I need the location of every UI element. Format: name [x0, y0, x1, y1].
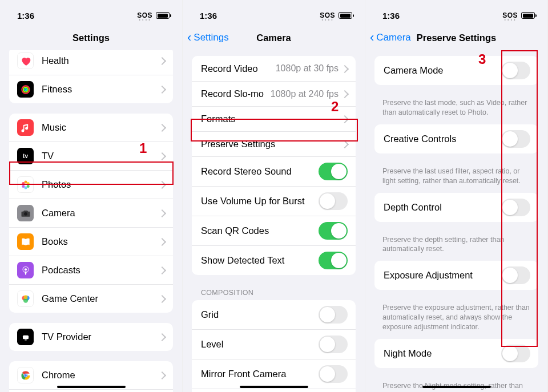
group-composition: Grid Level Mirror Front Camera View Outs…	[192, 300, 356, 392]
page-title: Preserve Settings	[417, 33, 496, 43]
podcasts-icon	[17, 262, 34, 278]
toggle-grid[interactable]	[319, 306, 348, 324]
toggle-qr-codes[interactable]	[319, 222, 348, 240]
toggle-detected-text[interactable]	[319, 252, 348, 269]
chevron-left-icon: ‹	[187, 31, 191, 44]
chevron-right-icon	[160, 152, 165, 160]
row-group-night: Night Mode	[374, 339, 538, 368]
home-indicator[interactable]	[57, 386, 126, 389]
chevron-right-icon	[160, 295, 165, 302]
svg-rect-17	[25, 340, 26, 340]
chevron-right-icon	[160, 266, 165, 274]
battery-icon	[521, 12, 535, 19]
row-delta[interactable]: Delta	[9, 389, 173, 392]
toggle-volume-burst[interactable]	[319, 192, 348, 210]
row-label: Use Volume Up for Burst	[201, 196, 319, 207]
chevron-right-icon	[160, 371, 165, 379]
toggle-camera-mode[interactable]	[501, 62, 530, 79]
svg-point-9	[24, 212, 27, 215]
row-detected-text[interactable]: Show Detected Text	[192, 245, 356, 275]
svg-point-4	[26, 182, 29, 185]
toggle-level[interactable]	[319, 336, 348, 353]
status-time: 1:36	[200, 11, 217, 21]
row-detail: 1080p at 240 fps	[271, 89, 339, 99]
row-outside-frame[interactable]: View Outside the Frame	[192, 389, 356, 392]
toggle-night-mode[interactable]	[501, 345, 530, 362]
row-mirror-front[interactable]: Mirror Front Camera	[192, 359, 356, 389]
row-music[interactable]: Music	[9, 114, 173, 142]
svg-point-5	[26, 185, 29, 188]
phone-camera-settings: 1:36 SOS● ● ● ● ‹ Settings Camera Record…	[183, 0, 365, 392]
toggle-mirror-front[interactable]	[319, 365, 348, 383]
footer-exposure: Preserve the exposure adjustment, rather…	[365, 300, 547, 339]
row-level[interactable]: Level	[192, 329, 356, 359]
svg-point-1	[23, 87, 27, 91]
row-night-mode[interactable]: Night Mode	[374, 339, 538, 368]
row-grid[interactable]: Grid	[192, 300, 356, 329]
row-qr-codes[interactable]: Scan QR Codes	[192, 216, 356, 245]
settings-content[interactable]: Health Fitness Music tv TV	[0, 50, 182, 392]
status-bar: 1:36 SOS● ● ● ●	[0, 0, 182, 25]
back-button[interactable]: ‹ Settings	[187, 25, 229, 50]
row-label: Podcasts	[42, 265, 160, 276]
chevron-right-icon	[160, 209, 165, 217]
row-group-creative: Creative Controls	[374, 124, 538, 153]
back-button[interactable]: ‹ Camera	[370, 25, 411, 50]
row-label: TV Provider	[42, 332, 160, 342]
row-creative-controls[interactable]: Creative Controls	[374, 124, 538, 153]
row-exposure-adjustment[interactable]: Exposure Adjustment	[374, 261, 538, 290]
home-indicator[interactable]	[240, 386, 308, 389]
row-label: Chrome	[42, 370, 160, 381]
gamecenter-icon	[17, 290, 34, 307]
svg-point-21	[25, 374, 27, 377]
row-group-depth: Depth Control	[374, 193, 538, 222]
camera-content[interactable]: Record Video 1080p at 30 fps Record Slo-…	[183, 50, 365, 392]
footer-depth: Preserve the depth setting, rather than …	[365, 232, 547, 261]
row-label: Level	[201, 339, 319, 350]
row-health[interactable]: Health	[9, 50, 173, 75]
chrome-icon	[17, 367, 34, 383]
row-camera[interactable]: Camera	[9, 199, 173, 227]
row-preserve-settings[interactable]: Preserve Settings	[192, 131, 356, 156]
row-tv[interactable]: tv TV	[9, 142, 173, 170]
back-label: Camera	[376, 32, 410, 43]
preserve-content[interactable]: Camera Mode Preserve the last mode, such…	[365, 50, 547, 392]
row-volume-burst[interactable]: Use Volume Up for Burst	[192, 186, 356, 216]
row-label: Record Stereo Sound	[201, 166, 319, 177]
tv-icon: tv	[17, 148, 34, 164]
row-label: Creative Controls	[384, 134, 501, 144]
row-photos[interactable]: Photos	[9, 170, 173, 199]
nav-bar: ‹ Settings Camera	[183, 25, 365, 50]
toggle-exposure-adjustment[interactable]	[501, 266, 530, 284]
svg-point-7	[22, 185, 25, 188]
annotation-number-1: 1	[139, 140, 147, 156]
home-indicator[interactable]	[422, 386, 491, 389]
sos-indicator: SOS● ● ● ●	[320, 10, 335, 21]
row-gamecenter[interactable]: Game Center	[9, 284, 173, 313]
row-podcasts[interactable]: Podcasts	[9, 256, 173, 284]
group-health-fitness: Health Fitness	[9, 50, 173, 103]
row-label: Exposure Adjustment	[384, 270, 501, 281]
row-camera-mode[interactable]: Camera Mode	[374, 56, 538, 85]
row-label: Grid	[201, 309, 319, 320]
chevron-right-icon	[160, 238, 165, 245]
row-label: Night Mode	[384, 348, 501, 359]
toggle-creative-controls[interactable]	[501, 130, 530, 148]
music-icon	[17, 119, 34, 136]
row-books[interactable]: Books	[9, 227, 173, 256]
row-fitness[interactable]: Fitness	[9, 75, 173, 103]
nav-bar: ‹ Camera Preserve Settings	[365, 25, 547, 50]
toggle-stereo-sound[interactable]	[319, 163, 348, 180]
row-label: Record Slo-mo	[201, 88, 271, 99]
group-media-apps: Music tv TV Photos Camera	[9, 114, 173, 313]
phone-preserve-settings: 1:36 SOS● ● ● ● ‹ Camera Preserve Settin…	[365, 0, 548, 392]
row-tvprovider[interactable]: TV Provider	[9, 323, 173, 351]
row-record-video[interactable]: Record Video 1080p at 30 fps	[192, 56, 356, 81]
toggle-depth-control[interactable]	[501, 199, 530, 216]
row-stereo-sound[interactable]: Record Stereo Sound	[192, 156, 356, 186]
battery-icon	[156, 12, 170, 19]
row-label: Game Center	[42, 293, 160, 304]
row-label: Photos	[42, 179, 160, 190]
status-right: SOS● ● ● ●	[502, 10, 535, 21]
row-depth-control[interactable]: Depth Control	[374, 193, 538, 222]
